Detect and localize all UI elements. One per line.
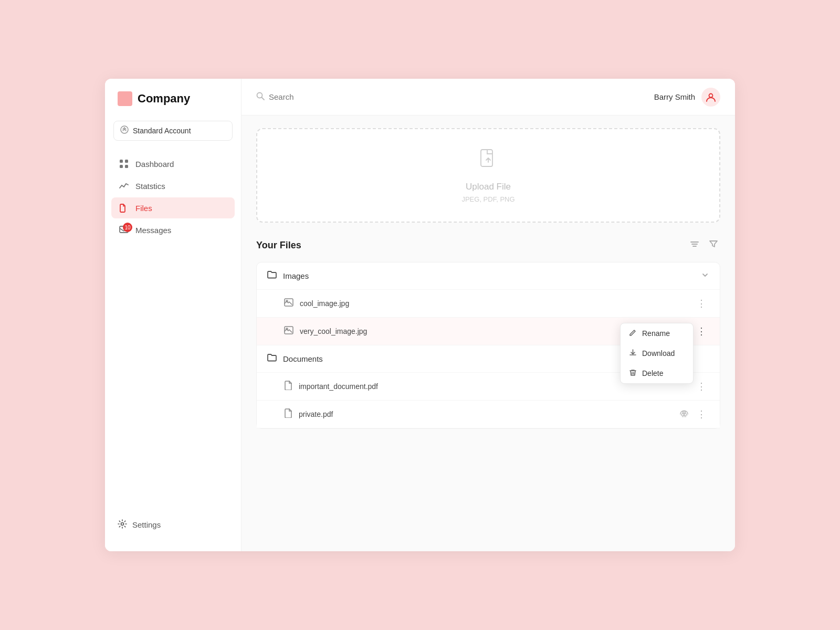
sidebar-bottom: Settings — [105, 511, 241, 539]
account-selector[interactable]: Standard Account — [113, 121, 233, 141]
content-body: Upload File JPEG, PDF, PNG Your Files — [242, 116, 735, 551]
delete-icon — [629, 369, 637, 378]
context-menu-download[interactable]: Download — [621, 343, 693, 363]
sidebar-item-files[interactable]: Files — [111, 197, 235, 218]
sidebar-item-messages[interactable]: Messages 10 — [111, 219, 235, 240]
sidebar: Company Standard Account — [105, 79, 242, 551]
logo-area: Company — [105, 91, 241, 121]
files-title: Your Files — [256, 240, 301, 251]
upload-title: Upload File — [466, 182, 511, 192]
more-button-important-document[interactable]: ⋮ — [694, 380, 709, 393]
file-icon-important-document — [284, 381, 292, 393]
svg-rect-1 — [120, 160, 123, 163]
file-row-private: private.pdf ⋮ — [257, 401, 720, 428]
sidebar-item-statistics[interactable]: Statstics — [111, 175, 235, 196]
fingerprint-icon — [679, 408, 689, 421]
file-icon-private — [284, 408, 292, 421]
files-icon — [119, 203, 129, 213]
file-icon-cool-image — [284, 298, 293, 309]
sidebar-item-dashboard[interactable]: Dashboard — [111, 153, 235, 174]
file-name-cool-image: cool_image.jpg — [300, 299, 687, 308]
context-menu: Rename Download — [620, 323, 694, 384]
download-label: Download — [642, 349, 675, 358]
file-actions-important-document: ⋮ — [694, 380, 709, 393]
file-name-private: private.pdf — [299, 410, 673, 418]
folder-icon-images — [267, 270, 277, 282]
account-label: Standard Account — [133, 127, 226, 135]
upload-icon — [477, 148, 500, 175]
statistics-label: Statstics — [135, 182, 165, 191]
sort-button[interactable] — [688, 237, 701, 254]
messages-label: Messages — [135, 226, 171, 235]
rename-icon — [629, 329, 637, 338]
file-actions-very-cool-image: ⋮ — [694, 324, 709, 338]
search-icon — [256, 92, 265, 102]
user-name: Barry Smith — [654, 92, 695, 101]
more-button-private[interactable]: ⋮ — [694, 407, 709, 421]
logo-text: Company — [138, 92, 190, 106]
dashboard-icon — [119, 159, 129, 169]
settings-item[interactable]: Settings — [118, 519, 228, 530]
filter-button[interactable] — [707, 237, 720, 254]
delete-label: Delete — [642, 369, 663, 377]
download-icon — [629, 349, 637, 358]
context-menu-rename[interactable]: Rename — [621, 323, 693, 343]
svg-rect-2 — [125, 160, 128, 163]
files-label: Files — [135, 204, 152, 213]
settings-label: Settings — [132, 520, 161, 529]
svg-rect-4 — [125, 165, 128, 168]
svg-point-8 — [709, 93, 713, 97]
folder-chevron-images — [701, 271, 709, 281]
files-actions — [688, 237, 720, 254]
dashboard-label: Dashboard — [135, 160, 174, 169]
context-menu-delete[interactable]: Delete — [621, 363, 693, 383]
more-button-very-cool-image[interactable]: ⋮ — [694, 324, 709, 338]
folder-name-images: Images — [283, 271, 695, 280]
file-actions-cool-image: ⋮ — [694, 297, 709, 310]
file-actions-private: ⋮ — [679, 407, 709, 421]
messages-badge: 10 — [123, 223, 132, 232]
nav-items: Dashboard Statstics Fil — [105, 153, 241, 511]
file-icon-very-cool-image — [284, 326, 293, 337]
upload-area[interactable]: Upload File JPEG, PDF, PNG — [256, 128, 720, 223]
account-selector-icon — [120, 125, 129, 136]
header: Barry Smith — [242, 79, 735, 116]
files-list: Images — [256, 262, 720, 429]
svg-point-6 — [121, 523, 124, 526]
header-right: Barry Smith — [654, 88, 720, 107]
rename-label: Rename — [642, 329, 670, 338]
settings-icon — [118, 519, 127, 530]
file-row-cool-image: cool_image.jpg ⋮ — [257, 290, 720, 318]
svg-rect-9 — [481, 150, 492, 166]
logo-icon — [118, 91, 132, 106]
upload-subtitle: JPEG, PDF, PNG — [461, 195, 514, 203]
folder-icon-documents — [267, 353, 277, 365]
main-content: Barry Smith — [242, 79, 735, 551]
search-area — [256, 92, 648, 102]
statistics-icon — [119, 181, 129, 191]
folder-row-images[interactable]: Images — [257, 262, 720, 290]
svg-rect-3 — [120, 165, 123, 168]
files-header: Your Files — [256, 237, 720, 254]
search-input[interactable] — [269, 92, 648, 101]
app-container: Company Standard Account — [105, 79, 735, 551]
user-avatar — [701, 88, 720, 107]
more-button-cool-image[interactable]: ⋮ — [694, 297, 709, 310]
file-row-very-cool-image: very_cool_image.jpg ⋮ Rename — [257, 318, 720, 345]
